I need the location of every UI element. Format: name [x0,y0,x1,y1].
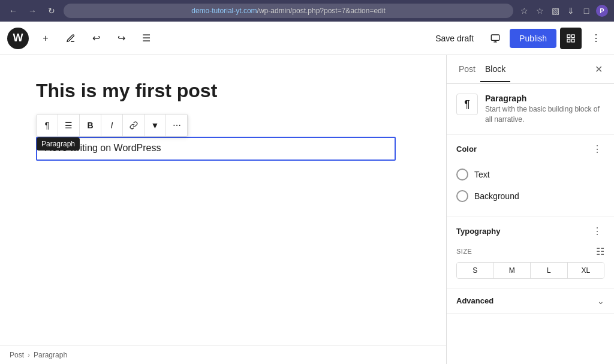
size-tune-button[interactable]: ☷ [596,246,604,257]
reload-button[interactable]: ↻ [44,4,59,18]
svg-rect-6 [567,39,570,42]
tab-block[interactable]: Block [480,57,510,82]
download-icon[interactable]: ⇓ [565,5,577,17]
wp-main: This is my first post ¶ ☰ B I ▼ ⋯ Paragr… [0,55,614,364]
tab-post[interactable]: Post [454,57,480,82]
wp-toolbar: W + ↩ ↪ ☰ Save draft Publish ⋮ [0,22,614,55]
profile-icon[interactable]: P [596,5,608,17]
back-button[interactable]: ← [6,4,20,18]
typography-section: Typography ⋮ SIZE ☷ S M L XL [447,217,614,289]
svg-rect-3 [567,35,570,38]
block-info-description: Start with the basic building block of a… [485,104,604,125]
wp-sidebar: Post Block ✕ ¶ Paragraph Start with the … [446,55,614,364]
more-rich-text-button[interactable]: ▼ [145,115,166,136]
advanced-section-header[interactable]: Advanced ⌄ [447,289,614,313]
breadcrumb: Post › Paragraph [0,345,446,364]
url-text: demo-tutorial-yt.com/wp-admin/post.php?p… [70,7,507,15]
advanced-section: Advanced ⌄ [447,289,614,314]
list-view-button[interactable]: ☰ [136,28,157,49]
link-button[interactable] [123,115,145,136]
save-draft-button[interactable]: Save draft [428,29,481,48]
redo-button[interactable]: ↪ [110,28,132,49]
breadcrumb-post[interactable]: Post [10,351,24,359]
block-type-icon: ¶ [456,94,478,115]
color-text-radio[interactable] [456,169,468,181]
size-s-button[interactable]: S [457,263,494,278]
url-bar[interactable]: demo-tutorial-yt.com/wp-admin/post.php?p… [64,4,513,18]
svg-rect-0 [491,35,499,40]
paragraph-tooltip: Paragraph [37,137,80,151]
sidebar-tabs: Post Block ✕ [447,55,614,84]
size-l-button[interactable]: L [531,263,568,278]
color-section-title: Color [456,145,590,154]
color-text-label: Text [474,170,490,179]
block-info: ¶ Paragraph Start with the basic buildin… [447,84,614,135]
wp-logo: W [7,28,29,49]
color-text-option[interactable]: Text [456,164,604,185]
preview-button[interactable] [484,28,506,49]
color-background-radio[interactable] [456,190,468,202]
post-title: This is my first post [36,79,410,102]
block-toolbar: ¶ ☰ B I ▼ ⋯ Paragraph [36,114,188,137]
forward-button[interactable]: → [25,4,40,18]
color-background-option[interactable]: Background [456,185,604,207]
wp-editor: W + ↩ ↪ ☰ Save draft Publish ⋮ This is m… [0,22,614,364]
italic-button[interactable]: I [101,115,123,136]
tab-icon[interactable]: □ [580,5,592,17]
add-block-button[interactable]: + [35,28,56,49]
typography-section-title: Typography [456,227,590,236]
tools-button[interactable] [60,28,82,49]
breadcrumb-separator: › [28,351,30,359]
typography-section-header[interactable]: Typography ⋮ [447,217,614,246]
star-icon[interactable]: ☆ [534,5,546,17]
bold-button[interactable]: B [80,115,101,136]
paragraph-type-button[interactable]: ¶ [37,115,58,136]
block-more-button[interactable]: ⋯ [166,115,188,136]
advanced-section-title: Advanced [456,296,597,305]
size-xl-button[interactable]: XL [568,263,604,278]
more-options-button[interactable]: ⋮ [585,28,607,49]
color-section-more[interactable]: ⋮ [590,142,604,157]
bookmark-icon[interactable]: ☆ [518,5,530,17]
undo-button[interactable]: ↩ [85,28,107,49]
size-m-button[interactable]: M [494,263,531,278]
block-info-text: Paragraph Start with the basic building … [485,94,604,125]
typography-section-more[interactable]: ⋮ [590,224,604,239]
settings-button[interactable] [560,28,582,49]
svg-rect-5 [571,39,574,42]
browser-chrome: ← → ↻ demo-tutorial-yt.com/wp-admin/post… [0,0,614,22]
editor-area[interactable]: This is my first post ¶ ☰ B I ▼ ⋯ Paragr… [0,55,446,364]
paragraph-block[interactable]: I love writing on WordPress [36,137,396,161]
color-section-content: Text Background [447,164,614,216]
block-content-wrapper: I love writing on WordPress [36,137,410,161]
breadcrumb-block[interactable]: Paragraph [34,351,67,359]
size-label: SIZE ☷ [456,246,604,257]
svg-rect-4 [571,35,574,38]
browser-actions: ☆ ☆ ▧ ⇓ □ P [518,5,608,17]
sidebar-close-button[interactable]: ✕ [590,61,607,78]
typography-section-content: SIZE ☷ S M L XL [447,246,614,288]
chevron-down-icon: ⌄ [597,296,604,306]
size-buttons: S M L XL [456,262,604,279]
color-background-label: Background [474,191,519,201]
publish-button[interactable]: Publish [510,29,556,48]
block-info-title: Paragraph [485,94,604,103]
extension-icon[interactable]: ▧ [549,5,561,17]
color-section-header[interactable]: Color ⋮ [447,135,614,164]
color-section: Color ⋮ Text Background [447,135,614,217]
align-button[interactable]: ☰ [58,115,80,136]
